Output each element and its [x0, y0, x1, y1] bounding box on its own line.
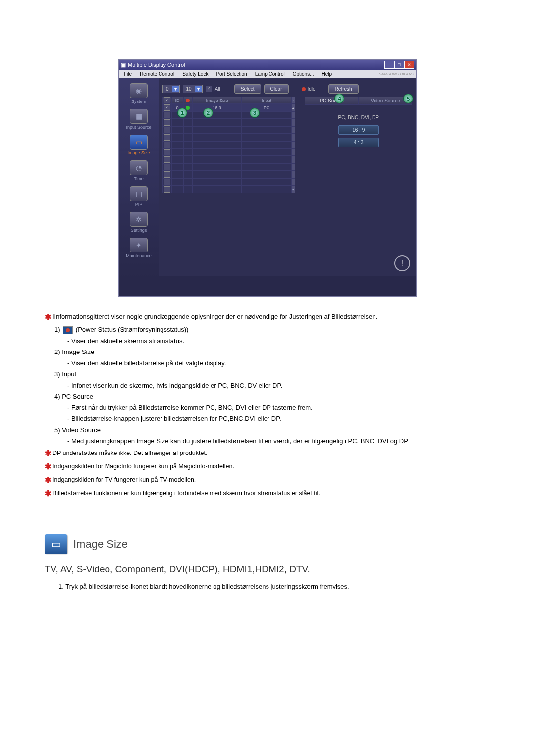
sidebar-item-time[interactable]: ◔Time	[124, 160, 154, 181]
scrollbar[interactable]: ▴	[291, 97, 295, 104]
sidebar-item-label: System	[131, 99, 146, 104]
sidebar-item-imagesize[interactable]: ▭Image Size	[124, 135, 154, 155]
item-4b: - Billedstørrelse-knappen justerer bille…	[45, 414, 490, 424]
sidebar: ◉System ▦Input Source ▭Image Size ◔Time …	[119, 78, 159, 276]
sidebar-item-label: Maintenance	[126, 253, 152, 258]
sidebar-item-label: Settings	[131, 228, 147, 233]
item-2: 2) Image Size	[45, 347, 490, 357]
dropdown-2[interactable]: 10▾	[183, 85, 203, 93]
item-1a: - Viser den aktuelle skærms strømstatus.	[45, 336, 490, 346]
intro-text: ✱IInformationsgitteret viser nogle grund…	[45, 311, 490, 323]
item-3: 3) Input	[45, 369, 490, 379]
idle-indicator: Idle	[302, 86, 316, 92]
note-3: ✱Indgangskilden for TV fungerer kun på T…	[45, 474, 490, 486]
table-row	[162, 141, 302, 149]
sidebar-item-maintenance[interactable]: ✦Maintenance	[124, 238, 154, 258]
sidebar-item-label: Image Size	[127, 151, 150, 155]
sidebar-item-pip[interactable]: ◫PIP	[124, 186, 154, 207]
callout-1: 1	[177, 108, 187, 118]
table-row: ▾	[162, 186, 302, 193]
item-2a: - Viser den aktuelle billedstørrelse på …	[45, 358, 490, 368]
item-4a: - Først når du trykker på Billedstørrels…	[45, 403, 490, 413]
menu-options[interactable]: Options...	[290, 71, 317, 77]
close-button[interactable]: ✕	[404, 61, 414, 69]
item-5: 5) Video Source	[45, 425, 490, 435]
sidebar-item-input[interactable]: ▦Input Source	[124, 109, 154, 130]
callout-2: 2	[203, 108, 213, 118]
app-window: ▣ Multiple Display Control _ □ ✕ File Re…	[118, 59, 417, 297]
col-power	[183, 97, 192, 104]
menu-file[interactable]: File	[121, 71, 135, 77]
sidebar-item-label: PIP	[135, 202, 143, 207]
col-id: ID	[171, 97, 183, 104]
menu-lamp[interactable]: Lamp Control	[252, 71, 288, 77]
note-1: ✱DP understøttes måske ikke. Det afhænge…	[45, 448, 490, 459]
item-4: 4) PC Source	[45, 392, 490, 402]
menu-help[interactable]: Help	[319, 71, 335, 77]
all-label: All	[215, 86, 220, 92]
section-title: PC, BNC, DVI, DP	[338, 115, 379, 120]
table-row	[162, 156, 302, 163]
menu-remote[interactable]: Remote Control	[137, 71, 177, 77]
menu-safety[interactable]: Safety Lock	[179, 71, 211, 77]
table-row	[162, 149, 302, 156]
ratio-16-9-button[interactable]: 16 : 9	[338, 125, 379, 135]
item-5a: - Med justeringknappen Image Size kan du…	[45, 436, 490, 446]
col-input: Input	[242, 97, 291, 104]
callout-5: 5	[403, 94, 413, 103]
minimize-button[interactable]: _	[384, 61, 394, 69]
clear-button[interactable]: Clear	[264, 84, 289, 94]
table-row	[162, 178, 302, 186]
col-check[interactable]	[162, 97, 171, 104]
table-row	[162, 126, 302, 134]
select-button[interactable]: Select	[234, 84, 261, 94]
item-1: 1) (Power Status (Strømforsyningsstatus)…	[45, 325, 490, 335]
refresh-button[interactable]: Refresh	[328, 84, 359, 94]
titlebar: ▣ Multiple Display Control _ □ ✕	[119, 60, 416, 70]
sidebar-item-system[interactable]: ◉System	[124, 83, 154, 104]
imagesize-icon: ▭	[45, 534, 67, 554]
section-heading: Image Size	[73, 538, 128, 551]
col-imagesize: Image Size	[192, 97, 242, 104]
sidebar-item-label: Input Source	[126, 125, 151, 130]
app-title: Multiple Display Control	[128, 62, 185, 68]
note-2: ✱Indgangskilden for MagicInfo fungerer k…	[45, 461, 490, 473]
info-grid: ID Image Size Input ▴ 0 16:9	[162, 97, 302, 270]
tab-pc-source[interactable]: PC Source	[305, 97, 358, 105]
menubar: File Remote Control Safety Lock Port Sel…	[119, 70, 416, 78]
all-checkbox[interactable]	[206, 86, 212, 92]
source-panel: PC Source Video Source 4 5 PC, BNC, DVI,…	[305, 97, 412, 270]
brand-label: SAMSUNG DIGITall	[379, 72, 414, 76]
alert-icon: !	[394, 255, 410, 271]
dropdown-1[interactable]: 0▾	[162, 85, 180, 93]
menu-port[interactable]: Port Selection	[213, 71, 250, 77]
note-4: ✱Billedstørrelse funktionen er kun tilgæ…	[45, 488, 490, 500]
step-1: 1. Tryk på billedstørrelse-ikonet blandt…	[45, 582, 490, 592]
table-row	[162, 134, 302, 141]
table-row	[162, 163, 302, 171]
subheading: TV, AV, S-Video, Component, DVI(HDCP), H…	[45, 564, 490, 575]
callout-3: 3	[250, 108, 260, 118]
sidebar-item-settings[interactable]: ✲Settings	[124, 212, 154, 233]
maximize-button[interactable]: □	[394, 61, 404, 69]
item-3a: - Infonet viser kun de skærme, hvis indg…	[45, 381, 490, 391]
app-icon: ▣	[121, 62, 126, 68]
sidebar-item-label: Time	[134, 176, 144, 181]
table-row	[162, 119, 302, 126]
table-row	[162, 171, 302, 178]
power-icon	[63, 326, 73, 334]
ratio-4-3-button[interactable]: 4 : 3	[338, 138, 379, 147]
